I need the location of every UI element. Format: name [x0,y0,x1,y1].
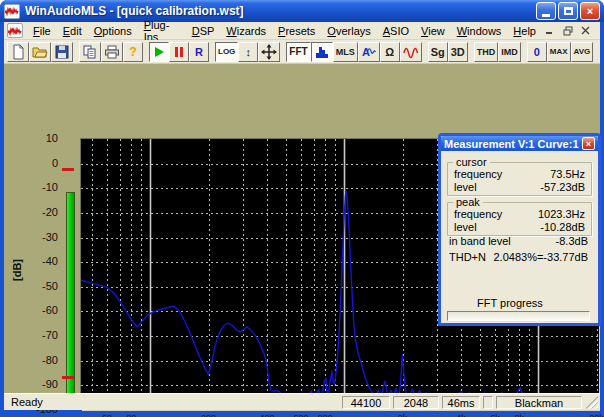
status-latency: 46ms [442,396,480,409]
new-button[interactable] [7,42,29,62]
menu-windows[interactable]: Windows [451,24,508,38]
maximize-button[interactable] [558,2,578,20]
menu-wizards[interactable]: Wizards [220,24,272,38]
distortion-button[interactable] [400,42,422,62]
pause-icon [175,47,183,57]
cursor-level-label: level [454,181,477,194]
in-band-level-label: in band level [449,235,511,247]
cursor-frequency-value: 73.5Hz [550,168,585,181]
peak-frequency-label: frequency [454,208,502,221]
resize-grip[interactable] [585,396,598,409]
thdn-value: 2.0483%=-33.77dB [494,251,589,263]
toolbar: ? R LOG ↕ FFT MLS A Ω Sg 3D THD IMD 0 MA… [4,40,600,64]
measurement-titlebar[interactable]: Measurement V:1 Curve:1 × [441,136,598,151]
close-button[interactable]: × [580,2,600,20]
red-wave-icon [403,44,419,60]
floppy-icon [54,44,70,60]
average-button[interactable]: AVG [571,42,594,62]
open-button[interactable] [29,42,51,62]
menu-view[interactable]: View [415,24,451,38]
menu-help[interactable]: Help [507,24,542,38]
printer-icon [104,44,120,60]
signal-generator-button[interactable]: Sg [428,42,448,62]
x-tick-label: 800 [313,413,337,417]
y-tick-label: -90 [22,378,58,390]
meter-peak-mark [62,168,74,171]
y-tick-label: -50 [22,280,58,292]
mdi-minimize-button[interactable] [542,24,557,37]
app-icon [4,4,20,19]
thd-button[interactable]: THD [474,42,499,62]
log-scale-button[interactable]: LOG [215,42,238,62]
pan-button[interactable] [258,42,280,62]
y-tick-label: -10 [22,181,58,193]
in-band-level-value: -8.3dB [556,235,588,247]
y-tick-label: -60 [22,304,58,316]
mdi-restore-button[interactable] [560,24,575,37]
y-tick-label: 0 [22,157,58,169]
help-button[interactable]: ? [123,42,143,62]
x-tick-label: 400 [255,413,279,417]
cursor-frequency-label: frequency [454,168,502,181]
impedance-button[interactable]: Ω [380,42,400,62]
mls-button[interactable]: MLS [333,42,358,62]
x-tick-label: 600 [289,413,313,417]
new-page-icon [10,44,26,60]
menu-dsp[interactable]: DSP [186,24,221,38]
peak-group-label: peak [453,196,483,208]
status-spacer [483,396,493,409]
max-hold-button[interactable]: MAX [547,42,571,62]
cursor-level-value: -57.23dB [540,181,585,194]
copy-icon [82,44,98,60]
fft-progress-bar [447,311,590,321]
peak-level-value: -10.28dB [540,221,585,234]
y-tick-label: -80 [22,354,58,366]
cursor-group: cursor frequency73.5Hz level-57.23dB [447,156,592,196]
menubar: File Edit Options Plug-Ins DSP Wizards P… [4,22,600,40]
x-tick-label: 20k [585,413,604,417]
measurement-close-button[interactable]: × [582,137,595,150]
document-icon[interactable] [7,23,23,38]
menu-asio[interactable]: ASIO [377,24,415,38]
copy-button[interactable] [79,42,101,62]
zero-button[interactable]: 0 [527,42,547,62]
app-window: WinAudioMLS - [quick calibration.wst] × … [0,0,604,417]
fft-button[interactable]: FFT [286,42,310,62]
imd-button[interactable]: IMD [498,42,521,62]
status-sample-rate: 44100 [342,396,390,409]
measurement-title: Measurement V:1 Curve:1 [444,138,582,150]
pause-button[interactable] [169,42,189,62]
open-folder-icon [32,44,48,60]
y-tick-label: -40 [22,255,58,267]
play-button[interactable] [149,42,169,62]
menu-overlays[interactable]: Overlays [321,24,376,38]
menu-options[interactable]: Options [88,24,138,38]
measurement-window: Measurement V:1 Curve:1 × cursor frequen… [438,133,601,326]
3d-button[interactable]: 3D [448,42,468,62]
move-cross-icon [261,44,277,60]
window-title: WinAudioMLS - [quick calibration.wst] [25,4,536,18]
vertical-zoom-button[interactable]: ↕ [238,42,258,62]
statusbar: Ready 44100 2048 46ms Blackman [4,393,600,410]
x-tick-label: 4k [449,413,473,417]
mdi-close-button[interactable] [578,24,593,37]
x-tick-label: 200 [197,413,221,417]
menu-file[interactable]: File [27,24,57,38]
minimize-button[interactable] [536,2,556,20]
menu-presets[interactable]: Presets [272,24,321,38]
peak-level-label: level [454,221,477,234]
filter-button[interactable]: A [358,42,380,62]
a-wave-icon: A [361,44,377,60]
thdn-label: THD+N [449,251,486,263]
record-button[interactable]: R [189,42,209,62]
blue-bars-icon [314,44,330,60]
print-button[interactable] [101,42,123,62]
status-fft-size: 2048 [393,396,439,409]
menu-edit[interactable]: Edit [57,24,88,38]
spectrum-button[interactable] [311,42,333,62]
meter-peak-mark [62,376,74,379]
y-tick-label: -20 [22,206,58,218]
titlebar[interactable]: WinAudioMLS - [quick calibration.wst] × [0,0,604,22]
save-button[interactable] [51,42,73,62]
peak-group: peak frequency1023.3Hz level-10.28dB [447,196,592,236]
